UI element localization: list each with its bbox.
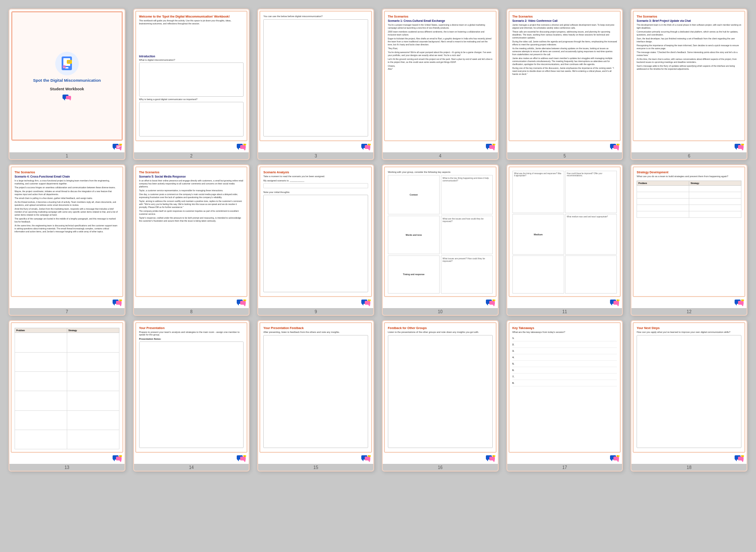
- page-13: Problem Strategy: [9, 320, 125, 472]
- page14-notes-label: Presentation Notes:: [139, 338, 244, 340]
- right-col-header: What is the key thing happening and does…: [443, 177, 491, 182]
- timing-cell: Timing and response: [388, 255, 440, 294]
- page-grid: ♥ Spot the Digital Miscommunication Stud…: [9, 9, 747, 160]
- svg-marker-65: [368, 305, 370, 306]
- svg-rect-58: [240, 301, 246, 305]
- strategy-table: Problem Strategy: [637, 181, 741, 218]
- svg-rect-14: [116, 145, 122, 149]
- svg-marker-13: [113, 148, 115, 150]
- page14-header: Your Presentation: [139, 326, 244, 329]
- svg-rect-88: [116, 457, 122, 460]
- svg-text:!: !: [742, 144, 742, 145]
- svg-marker-47: [741, 149, 744, 151]
- svg-text:!: !: [617, 144, 618, 145]
- page-10-footer: !: [383, 298, 498, 308]
- bottom-left: [512, 255, 564, 294]
- page9-text-area: [263, 195, 368, 292]
- svg-text:!: !: [369, 300, 369, 301]
- improve-desc: How could these be improved? Offer your …: [567, 172, 615, 177]
- svg-text:!: !: [493, 144, 494, 145]
- footer-icon-10: !: [486, 300, 495, 306]
- svg-text:!: !: [742, 455, 742, 457]
- svg-marker-39: [610, 148, 612, 150]
- page18-header: Your Next Steps: [637, 326, 741, 329]
- page-number-13: 13: [9, 464, 125, 471]
- footer-icon-11: !: [610, 300, 619, 306]
- svg-text:!: !: [493, 455, 494, 457]
- svg-marker-53: [119, 305, 122, 306]
- page2-q2: Why is being a good digital communicator…: [139, 98, 244, 101]
- footer-icon-8: !: [237, 300, 246, 306]
- footer-icon-5: !: [610, 144, 619, 151]
- page-number-12: 12: [631, 308, 747, 315]
- svg-marker-119: [741, 460, 744, 462]
- footer-icon-7: !: [113, 300, 122, 306]
- strategy-cell: [689, 199, 741, 205]
- svg-rect-16: [117, 146, 121, 147]
- page17-prompt: What are the key takeaways from today's …: [512, 331, 617, 333]
- footer-icon-9: !: [361, 300, 371, 306]
- problem-cell: [15, 391, 67, 410]
- page-6-footer: !: [631, 142, 747, 152]
- page-14-footer: !: [134, 454, 249, 464]
- page5-header: The Scenarios: [512, 15, 617, 18]
- problem-cell: [15, 410, 67, 430]
- svg-rect-118: [738, 457, 744, 460]
- svg-rect-82: [738, 301, 744, 305]
- page4-title: Scenario 1: Cross-Cultural Email Exchang…: [388, 19, 493, 22]
- page-number-4: 4: [383, 152, 498, 159]
- svg-marker-23: [244, 149, 246, 151]
- page2-answer1: [139, 62, 244, 97]
- svg-marker-101: [368, 460, 370, 462]
- page-10: Working with your group, consider the fo…: [382, 164, 499, 316]
- strategy-cell: [67, 430, 119, 449]
- svg-rect-10: [66, 96, 71, 99]
- medium-desc: What medium was used and was it appropri…: [567, 216, 615, 218]
- page12-prompt: What can you do as a team to build strat…: [637, 175, 741, 178]
- page-15-footer: !: [258, 454, 373, 464]
- page-number-18: 18: [631, 464, 747, 471]
- strategy-table-2: Problem Strategy: [15, 328, 119, 449]
- footer-icon-16: !: [486, 455, 495, 462]
- page9-prompt1: Take a moment to read the scenario you'v…: [263, 175, 368, 178]
- page-number-3: 3: [258, 152, 373, 159]
- svg-rect-4: [68, 61, 71, 62]
- svg-rect-3: [67, 60, 72, 64]
- table-row: [15, 333, 119, 352]
- svg-marker-77: [617, 305, 619, 306]
- timing-right: What issues are present? How could they …: [441, 255, 493, 294]
- strategy-cell: [689, 211, 741, 218]
- page14-notes-area: [139, 341, 244, 448]
- strategy-cell: [689, 192, 741, 199]
- page-number-17: 17: [507, 464, 622, 471]
- page5-body: Jamie manages a project that oversees a …: [512, 24, 617, 138]
- takeaway-4: 4.: [512, 356, 617, 361]
- page-7-footer: !: [9, 298, 125, 308]
- takeaway-6: 6.: [512, 369, 617, 374]
- svg-rect-76: [613, 301, 619, 305]
- words-tone-desc: What are the issues and how could they b…: [443, 217, 491, 223]
- words-tone-right: What are the issues and how could they b…: [441, 216, 493, 254]
- svg-marker-27: [362, 148, 363, 150]
- svg-rect-28: [365, 145, 370, 149]
- page4-body: You're a project manager based in the Un…: [388, 24, 493, 138]
- phone-icon: ♥: [58, 55, 75, 72]
- table-row: [637, 199, 741, 205]
- svg-marker-9: [63, 99, 65, 101]
- page14-prompt: Prepare to present your team's analysis …: [139, 331, 244, 336]
- page-number-15: 15: [258, 464, 373, 471]
- svg-marker-33: [486, 148, 488, 150]
- svg-marker-113: [617, 460, 619, 462]
- page-3-footer: !: [258, 142, 373, 152]
- words-tone-cell: Words and tone: [388, 216, 440, 254]
- strategy-cell: [67, 333, 119, 352]
- col-strategy-2: Strategy: [67, 328, 119, 333]
- table-row: [15, 410, 119, 430]
- svg-marker-89: [119, 460, 122, 462]
- svg-marker-107: [493, 460, 495, 462]
- svg-marker-41: [617, 149, 619, 151]
- page8-body: In an effort to boost their online prese…: [139, 179, 244, 294]
- table-row: [15, 371, 119, 391]
- footer-icon-6: !: [735, 144, 744, 151]
- page-18: Your Next Steps How can you apply what y…: [631, 320, 747, 472]
